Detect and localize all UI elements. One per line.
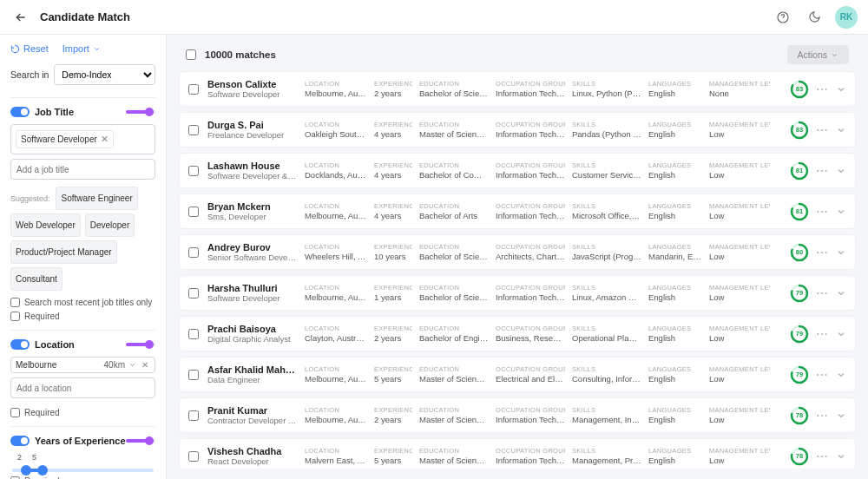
expand-chevron-icon[interactable] [836, 125, 846, 135]
job-title-required-checkbox[interactable]: Required [10, 312, 155, 321]
expand-chevron-icon[interactable] [836, 166, 846, 176]
remove-chip-icon[interactable]: ✕ [101, 134, 108, 145]
more-menu-icon[interactable]: ⋯ [816, 123, 829, 137]
result-card[interactable]: Durga S. Pai Freelance Developer LOCATIO… [179, 112, 856, 148]
more-menu-icon[interactable]: ⋯ [816, 327, 829, 341]
result-card[interactable]: Asfar Khalid Mahmood Data Engineer LOCAT… [179, 357, 856, 392]
result-checkbox[interactable] [188, 166, 199, 176]
result-fields: LOCATIONDocklands, Australia EXPERIENCE4… [305, 161, 781, 180]
result-card[interactable]: Prachi Baisoya Digital Graphic Analyst L… [179, 316, 856, 351]
suggestion-chip[interactable]: Software Engineer [56, 187, 137, 210]
job-title-heading: Job Title [35, 107, 74, 117]
more-menu-icon[interactable]: ⋯ [816, 368, 829, 382]
expand-chevron-icon[interactable] [836, 247, 846, 258]
index-select[interactable]: Demo-Index [54, 64, 155, 85]
result-checkbox[interactable] [188, 125, 199, 135]
remove-location-icon[interactable]: ✕ [140, 360, 150, 370]
location-required-checkbox[interactable]: Required [10, 408, 155, 417]
expand-chevron-icon[interactable] [836, 84, 846, 95]
result-card[interactable]: Vishesh Chadha React Developer LOCATIONM… [179, 438, 856, 469]
score-ring: 78 [790, 447, 809, 466]
import-button[interactable]: Import [62, 43, 101, 54]
location-distance[interactable]: 40km [104, 360, 125, 370]
expand-chevron-icon[interactable] [836, 370, 846, 380]
result-role: Software Developer [207, 293, 296, 303]
more-menu-icon[interactable]: ⋯ [816, 164, 829, 178]
result-checkbox[interactable] [188, 329, 199, 339]
main: 10000 matches Actions Benson Calixte Sof… [167, 35, 868, 479]
result-fields: LOCATIONMelbourne, Australia EXPERIENCE4… [305, 202, 781, 220]
avatar[interactable]: RK [835, 6, 858, 29]
result-checkbox[interactable] [188, 207, 199, 217]
expand-chevron-icon[interactable] [836, 329, 846, 339]
expand-chevron-icon[interactable] [836, 288, 846, 299]
expand-chevron-icon[interactable] [836, 410, 846, 421]
recent-only-checkbox[interactable]: Search most recent job titles only [10, 298, 155, 307]
results-list: Benson Calixte Software Developer LOCATI… [179, 71, 856, 469]
suggestion-chip[interactable]: Consultant [10, 267, 62, 291]
job-title-toggle[interactable] [10, 107, 30, 117]
back-arrow-icon[interactable] [10, 7, 31, 28]
result-card[interactable]: Pranit Kumar Contractor Developer And So… [179, 397, 856, 433]
location-heading: Location [35, 339, 75, 350]
result-role: Software Developer & Provisioning [207, 171, 296, 180]
result-name: Pranit Kumar [207, 405, 296, 416]
result-name-col: Durga S. Pai Freelance Developer [207, 120, 296, 140]
experience-range-slider[interactable] [12, 469, 154, 472]
suggestion-chip[interactable]: Developer [85, 213, 135, 237]
job-title-chip-input[interactable]: Software Developer ✕ [10, 124, 155, 154]
more-menu-icon[interactable]: ⋯ [816, 246, 829, 259]
help-icon[interactable] [773, 7, 793, 28]
result-role: Software Developer [207, 89, 296, 99]
result-checkbox[interactable] [188, 288, 199, 299]
more-menu-icon[interactable]: ⋯ [816, 286, 829, 300]
add-location-input[interactable] [10, 377, 155, 398]
result-checkbox[interactable] [188, 370, 199, 380]
result-name-col: Lashawn House Software Developer & Provi… [207, 161, 296, 180]
result-fields: LOCATIONClayton, Australia EXPERIENCE2 y… [305, 325, 781, 343]
score-ring: 79 [790, 365, 809, 384]
suggestion-chip[interactable]: Product/Project Manager [10, 240, 117, 264]
more-menu-icon[interactable]: ⋯ [816, 449, 829, 463]
import-label: Import [62, 43, 89, 54]
result-name: Prachi Baisoya [207, 324, 296, 334]
result-checkbox[interactable] [188, 451, 199, 462]
more-menu-icon[interactable]: ⋯ [816, 82, 829, 96]
add-job-title-input[interactable] [10, 159, 155, 180]
location-toggle[interactable] [10, 339, 30, 350]
result-checkbox[interactable] [188, 84, 199, 95]
result-name-col: Pranit Kumar Contractor Developer And So… [207, 405, 296, 425]
score-ring: 78 [790, 406, 809, 425]
topbar-right: RK [773, 6, 858, 29]
result-checkbox[interactable] [188, 247, 199, 258]
chevron-down-icon[interactable] [128, 361, 136, 369]
select-all-checkbox[interactable] [186, 49, 196, 60]
result-card[interactable]: Andrey Burov Senior Software Developer –… [179, 234, 856, 270]
result-card[interactable]: Bryan Mckern Sms, Developer LOCATIONMelb… [179, 194, 856, 229]
location-weight-slider[interactable] [126, 343, 155, 346]
score-ring: 79 [790, 325, 809, 344]
result-card[interactable]: Harsha Thulluri Software Developer LOCAT… [179, 275, 856, 311]
expand-chevron-icon[interactable] [836, 207, 846, 217]
actions-button[interactable]: Actions [787, 45, 849, 64]
result-role: Senior Software Developer – Gro… [207, 253, 296, 262]
suggestion-chip[interactable]: Web Developer [10, 213, 81, 237]
job-title-weight-slider[interactable] [126, 110, 155, 114]
more-menu-icon[interactable]: ⋯ [816, 205, 829, 219]
result-card[interactable]: Benson Calixte Software Developer LOCATI… [179, 71, 856, 107]
result-card[interactable]: Lashawn House Software Developer & Provi… [179, 153, 856, 188]
result-fields: LOCATIONOakleigh South, Austr… EXPERIENC… [305, 121, 781, 139]
result-role: Contractor Developer And Soluti… [207, 416, 296, 425]
result-role: Data Engineer [207, 375, 296, 384]
expand-chevron-icon[interactable] [836, 451, 846, 462]
result-name: Bryan Mckern [207, 201, 296, 212]
theme-moon-icon[interactable] [804, 7, 825, 28]
reset-button[interactable]: Reset [10, 43, 49, 54]
experience-weight-slider[interactable] [126, 439, 155, 443]
result-name: Andrey Burov [207, 242, 296, 253]
result-checkbox[interactable] [188, 410, 199, 421]
experience-toggle[interactable] [10, 436, 30, 446]
more-menu-icon[interactable]: ⋯ [816, 409, 829, 423]
result-name-col: Asfar Khalid Mahmood Data Engineer [207, 364, 296, 384]
result-name-col: Benson Calixte Software Developer [207, 79, 296, 99]
